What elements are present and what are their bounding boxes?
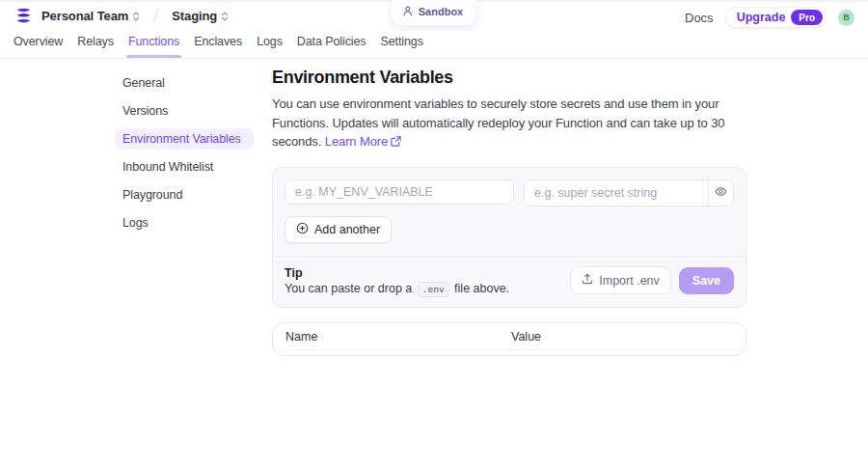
save-button[interactable]: Save — [679, 267, 734, 294]
app-window: Personal Team Staging — [0, 0, 868, 467]
env-variable-row — [285, 179, 734, 206]
env-variables-form-card: Add another Tip You can paste or drop a … — [272, 167, 746, 308]
account-controls: Docs Upgrade Pro B — [685, 7, 854, 28]
sidebar-item-logs[interactable]: Logs — [115, 212, 254, 234]
top-bar: Personal Team Staging — [0, 2, 868, 31]
table-empty-space — [273, 350, 746, 355]
import-env-button[interactable]: Import .env — [570, 266, 671, 294]
environment-switcher[interactable]: Staging — [172, 9, 229, 23]
tab-relays[interactable]: Relays — [77, 35, 114, 58]
import-env-label: Import .env — [599, 274, 660, 288]
tip-actions: Import .env Save — [570, 266, 734, 294]
page-description: You can use environment variables to sec… — [272, 95, 746, 152]
tip-text-before: You can paste or drop a — [285, 282, 416, 295]
sandbox-badge[interactable]: Sandbox — [391, 0, 477, 26]
env-value-group — [524, 179, 734, 206]
plus-circle-icon — [296, 222, 309, 237]
env-name-input[interactable] — [285, 179, 514, 205]
pro-badge: Pro — [791, 10, 823, 25]
tip-text-after: file above. — [451, 282, 509, 295]
add-another-button[interactable]: Add another — [285, 216, 392, 243]
tip-text: You can paste or drop a .env file above. — [285, 282, 509, 295]
tab-data-policies[interactable]: Data Policies — [297, 35, 366, 58]
tip-block: Tip You can paste or drop a .env file ab… — [285, 266, 509, 295]
env-file-chip: .env — [418, 282, 449, 297]
external-link-icon — [391, 133, 401, 152]
sidebar-item-environment-variables[interactable]: Environment Variables — [115, 128, 254, 150]
env-variables-table: Name Value — [272, 322, 746, 356]
learn-more-link[interactable]: Learn More — [325, 134, 401, 149]
workspace-controls: Personal Team Staging — [14, 6, 229, 26]
environment-name: Staging — [172, 9, 217, 23]
column-header-name: Name — [285, 330, 511, 343]
tip-title: Tip — [285, 266, 509, 280]
person-icon — [403, 3, 413, 20]
card-divider — [273, 256, 746, 257]
sidebar-item-versions[interactable]: Versions — [115, 100, 254, 122]
docs-link[interactable]: Docs — [685, 11, 714, 25]
add-another-label: Add another — [314, 223, 380, 236]
settings-sidebar: General Versions Environment Variables I… — [115, 72, 254, 240]
sandbox-label: Sandbox — [419, 6, 463, 17]
avatar[interactable]: B — [838, 10, 854, 26]
sidebar-item-general[interactable]: General — [115, 72, 254, 94]
env-value-input[interactable] — [525, 180, 708, 206]
upgrade-button[interactable]: Upgrade Pro — [725, 7, 827, 28]
table-header-row: Name Value — [273, 323, 746, 350]
evervault-logo-icon[interactable] — [14, 6, 34, 26]
tab-overview[interactable]: Overview — [14, 35, 63, 58]
tab-enclaves[interactable]: Enclaves — [194, 35, 242, 58]
column-header-value: Value — [511, 330, 541, 343]
team-name: Personal Team — [41, 9, 128, 23]
upgrade-label: Upgrade — [737, 11, 786, 24]
eye-icon — [715, 185, 727, 201]
team-switcher[interactable]: Personal Team — [41, 9, 140, 23]
primary-nav: Overview Relays Functions Enclaves Logs … — [0, 31, 868, 59]
breadcrumb-divider — [153, 9, 159, 23]
toggle-visibility-button[interactable] — [708, 180, 733, 206]
page-title: Environment Variables — [272, 68, 746, 88]
main-content: Environment Variables You can use enviro… — [272, 68, 746, 356]
tab-settings[interactable]: Settings — [381, 35, 423, 58]
tab-functions[interactable]: Functions — [128, 35, 179, 58]
chevron-updown-icon — [132, 11, 140, 22]
tip-row: Tip You can paste or drop a .env file ab… — [285, 266, 734, 295]
sidebar-item-playground[interactable]: Playground — [115, 184, 254, 206]
sidebar-item-inbound-whitelist[interactable]: Inbound Whitelist — [115, 156, 254, 178]
chevron-updown-icon — [221, 11, 229, 22]
upload-icon — [582, 273, 593, 288]
learn-more-label: Learn More — [325, 134, 388, 149]
tab-logs[interactable]: Logs — [257, 35, 283, 58]
